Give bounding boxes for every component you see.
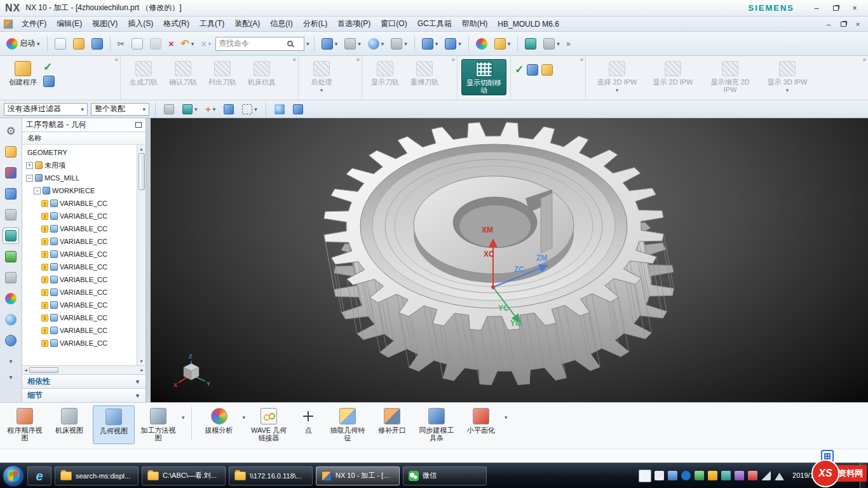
taskbar-window-button[interactable]: NX 10 - 加工 - [...	[316, 466, 400, 485]
menu-item[interactable]: 首选项(P)	[332, 17, 376, 31]
menu-item[interactable]: 工具(T)	[194, 17, 229, 31]
dashed-selection-button[interactable]: ▾	[240, 100, 260, 118]
menu-item[interactable]: 窗口(O)	[376, 17, 412, 31]
collapse-icon[interactable]: −	[34, 187, 41, 194]
tree-item-geometry[interactable]: GEOMETRY	[22, 146, 146, 159]
tree-item-variable-cc[interactable]: ! VARIABLE_CC	[22, 337, 146, 349]
display-group-overflow[interactable]: »	[451, 56, 455, 63]
rail-expand-button[interactable]: ▾	[9, 358, 12, 365]
expand-icon[interactable]: +	[26, 162, 33, 169]
select-handle-button[interactable]: ▾	[180, 100, 200, 118]
tree-horizontal-scrollbar[interactable]: ◄ ►	[22, 365, 146, 374]
menu-item[interactable]: HB_MOULD M6.6	[492, 18, 564, 30]
mdi-restore-button[interactable]	[837, 19, 850, 29]
tray-icon[interactable]	[708, 471, 717, 480]
tray-icon[interactable]	[735, 471, 744, 480]
program-order-view-button[interactable]: 程序顺序视图	[4, 405, 46, 443]
menu-item[interactable]: 插入(S)	[123, 17, 158, 31]
collapse-icon[interactable]: −	[26, 175, 33, 182]
tree-item-unused[interactable]: + 未用项	[22, 159, 146, 172]
point-button[interactable]: 点	[292, 405, 324, 443]
roles-gear-icon[interactable]: ⚙	[3, 123, 19, 139]
taskbar-window-button[interactable]: \\172.16.0.118\...	[229, 466, 313, 485]
tray-icon[interactable]	[748, 471, 757, 480]
tree-item-workpiece[interactable]: − WORKPIECE	[22, 184, 146, 197]
undo-button[interactable]: ↶▾	[178, 35, 196, 53]
taskbar-window-button[interactable]: 微信	[403, 466, 487, 485]
tray-icon[interactable]	[721, 471, 731, 480]
view-buttons-overflow[interactable]: ▾	[182, 414, 185, 421]
save-button[interactable]	[89, 35, 105, 53]
web-browser-icon[interactable]	[3, 311, 19, 328]
history-icon[interactable]	[3, 332, 19, 349]
machine-simulation-button[interactable]: 机床仿真	[243, 59, 281, 86]
internet-explorer-button[interactable]: e	[27, 466, 51, 485]
extract-geometry-button[interactable]: 抽取几何特征	[327, 405, 369, 443]
generate-toolpath-button[interactable]: 生成刀轨	[125, 59, 163, 86]
machining-method-view-button[interactable]: 加工方法视图	[137, 405, 179, 443]
network-icon[interactable]	[775, 471, 784, 480]
tree-item-variable-cc[interactable]: ! VARIABLE_CC	[22, 210, 146, 222]
synchronous-modeling-button[interactable]: 同步建模工具条	[416, 405, 458, 443]
close-button[interactable]: ×	[846, 3, 863, 14]
display-mode-button[interactable]: ▾	[342, 35, 363, 53]
tray-icon[interactable]	[695, 471, 704, 480]
tray-icon[interactable]	[668, 471, 677, 480]
tree-vertical-scrollbar[interactable]: ▲ ▼	[137, 145, 146, 365]
cut-button[interactable]: ✂	[115, 35, 128, 53]
template-studio-icon[interactable]	[3, 290, 19, 307]
render-style-button[interactable]: ▾	[365, 35, 387, 53]
orient-view-button[interactable]: ▾	[419, 35, 441, 53]
wireframe-view-button[interactable]	[290, 100, 306, 118]
undock-icon[interactable]	[135, 122, 142, 128]
menu-item[interactable]: 装配(A)	[229, 17, 265, 31]
show-cut-moves-button[interactable]: 显示切削移动	[461, 59, 506, 95]
menu-item[interactable]: 分析(L)	[298, 17, 333, 31]
constraint-navigator-icon[interactable]	[3, 165, 19, 181]
tray-icon[interactable]	[681, 471, 691, 480]
create-geometry-icon[interactable]	[43, 76, 55, 87]
delete-button[interactable]: ×	[166, 35, 176, 53]
search-input[interactable]	[219, 39, 285, 48]
create-tool-check-icon[interactable]: ✓	[43, 62, 55, 73]
list-toolpath-button[interactable]: 列出刀轨	[203, 59, 241, 86]
toolbar-overflow-button[interactable]: »	[564, 39, 573, 48]
selection-filter-dropdown[interactable]: 没有选择过滤器▾	[4, 103, 88, 116]
graphics-viewport[interactable]: XM XC ZM ZC YC YM X Y Z	[151, 118, 868, 402]
tree-item-variable-cc[interactable]: ! VARIABLE_CC	[22, 286, 146, 299]
facet-button[interactable]: 小平面化	[460, 405, 502, 443]
tray-icon[interactable]	[654, 471, 664, 480]
hscrollbar-thumb[interactable]	[29, 367, 58, 373]
background-button[interactable]: ▾	[388, 35, 410, 53]
taskbar-window-button[interactable]: C:\ABC\—看.刘...	[142, 466, 226, 485]
snap-point-button[interactable]	[522, 35, 539, 53]
menu-item[interactable]: 编辑(E)	[51, 17, 87, 31]
insert-group-overflow[interactable]: »	[114, 56, 118, 63]
verify-toolpath-button[interactable]: 确认刀轨	[164, 59, 202, 86]
tree-item-variable-cc[interactable]: ! VARIABLE_CC	[22, 235, 146, 248]
mdi-minimize-button[interactable]: –	[822, 19, 835, 29]
geometry-view-button[interactable]: 几何视图	[93, 405, 135, 444]
assembly-navigator-icon[interactable]	[3, 144, 19, 160]
open-file-button[interactable]	[71, 35, 87, 53]
tree-item-variable-cc[interactable]: ! VARIABLE_CC	[22, 299, 146, 311]
shaded-view-button[interactable]	[272, 100, 287, 118]
redo-button[interactable]: ×▾	[198, 35, 214, 53]
menu-item[interactable]: 帮助(H)	[457, 17, 493, 31]
taskbar-window-button[interactable]: search-ms:displ...	[55, 466, 139, 485]
select-2d-ipw-button[interactable]: 选择 2D IPW ▾	[590, 59, 644, 93]
verify-check-icon[interactable]: ✓	[515, 64, 524, 76]
edit-object-display-button[interactable]: ▾	[492, 35, 513, 53]
copy-button[interactable]	[129, 35, 146, 53]
reuse-library-icon[interactable]	[3, 207, 19, 223]
minimize-button[interactable]: –	[808, 3, 825, 14]
menu-item[interactable]: GC工具箱	[412, 17, 457, 31]
draft-analysis-dropdown[interactable]: ▾	[243, 414, 246, 421]
new-file-button[interactable]	[52, 35, 69, 53]
start-button[interactable]	[3, 465, 24, 487]
menu-grid-icon[interactable]	[4, 20, 13, 29]
part-navigator-icon[interactable]	[3, 186, 19, 202]
selection-scope-dropdown[interactable]: 整个装配▾	[91, 103, 149, 116]
command-search-box[interactable]	[215, 37, 304, 51]
machine-tool-view-button[interactable]: 机床视图	[48, 405, 90, 443]
